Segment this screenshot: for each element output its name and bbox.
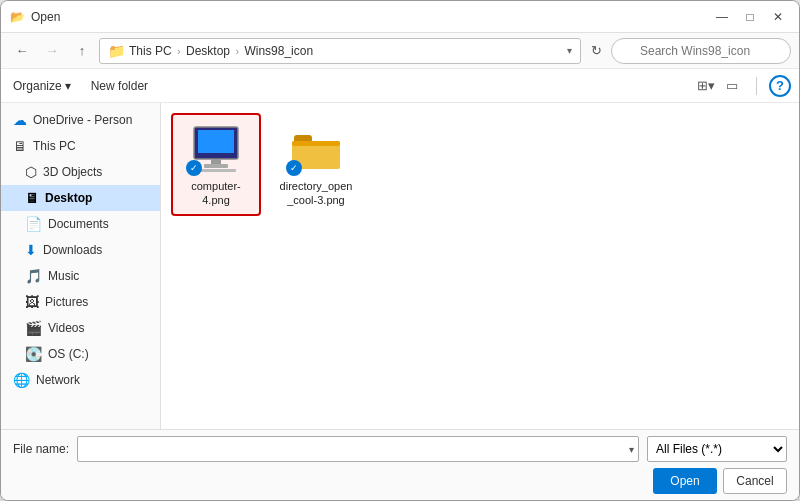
organize-label: Organize (13, 79, 62, 93)
videos-icon: 🎬 (25, 320, 42, 336)
minimize-button[interactable]: — (709, 6, 735, 28)
sync-badge: ✓ (286, 160, 302, 176)
desktop-icon: 🖥 (25, 190, 39, 206)
sidebar-item-network[interactable]: 🌐 Network (1, 367, 160, 393)
open-button[interactable]: Open (653, 468, 717, 494)
network-icon: 🌐 (13, 372, 30, 388)
file-item-computer4[interactable]: ✓ computer-4.png (171, 113, 261, 216)
sidebar-item-label: Downloads (43, 243, 102, 257)
svg-rect-1 (198, 130, 234, 153)
forward-button[interactable]: → (39, 38, 65, 64)
address-dropdown-arrow[interactable]: ▾ (567, 45, 572, 56)
maximize-button[interactable]: □ (737, 6, 763, 28)
organize-button[interactable]: Organize ▾ (9, 74, 75, 98)
filetype-select[interactable]: All Files (*.*) PNG Files (*.png) Image … (647, 436, 787, 462)
thispc-icon: 🖥 (13, 138, 27, 154)
address-path: This PC › Desktop › Wins98_icon (129, 44, 563, 58)
toolbar: Organize ▾ New folder ⊞▾ ▭ ? (1, 69, 799, 103)
close-button[interactable]: ✕ (765, 6, 791, 28)
action-row: Open Cancel (13, 468, 787, 494)
sidebar-item-3dobjects[interactable]: ⬡ 3D Objects (1, 159, 160, 185)
bottom-section: File name: ▾ All Files (*.*) PNG Files (… (1, 429, 799, 500)
onedrive-icon: ☁ (13, 112, 27, 128)
sidebar-item-label: Music (48, 269, 79, 283)
file-icon-computer: ✓ (186, 121, 246, 176)
sidebar-item-downloads[interactable]: ⬇ Downloads (1, 237, 160, 263)
back-button[interactable]: ← (9, 38, 35, 64)
toolbar-divider (756, 77, 757, 95)
sidebar-item-videos[interactable]: 🎬 Videos (1, 315, 160, 341)
svg-rect-3 (204, 164, 228, 168)
sidebar-item-music[interactable]: 🎵 Music (1, 263, 160, 289)
sidebar-item-label: Videos (48, 321, 84, 335)
sidebar-item-thispc[interactable]: 🖥 This PC (1, 133, 160, 159)
nav-bar: ← → ↑ 📁 This PC › Desktop › Wins98_icon … (1, 33, 799, 69)
sidebar-item-label: OneDrive - Person (33, 113, 132, 127)
search-input[interactable] (611, 38, 791, 64)
window-controls: — □ ✕ (709, 6, 791, 28)
sidebar-item-label: 3D Objects (43, 165, 102, 179)
preview-view-button[interactable]: ▭ (720, 74, 744, 98)
grid-view-button[interactable]: ⊞▾ (694, 74, 718, 98)
file-icon-folder: ✓ (286, 121, 346, 176)
help-button[interactable]: ? (769, 75, 791, 97)
dialog-title: Open (31, 10, 709, 24)
sidebar: ☁ OneDrive - Person 🖥 This PC ⬡ 3D Objec… (1, 103, 161, 429)
sidebar-item-label: Documents (48, 217, 109, 231)
file-area: ✓ computer-4.png ✓ (161, 103, 799, 429)
sidebar-item-osc[interactable]: 💽 OS (C:) (1, 341, 160, 367)
drive-icon: 💽 (25, 346, 42, 362)
file-item-directoryopen[interactable]: ✓ directory_open_cool-3.png (271, 113, 361, 216)
downloads-icon: ⬇ (25, 242, 37, 258)
svg-rect-2 (211, 159, 221, 164)
filename-dropdown-arrow[interactable]: ▾ (629, 444, 634, 455)
documents-icon: 📄 (25, 216, 42, 232)
up-button[interactable]: ↑ (69, 38, 95, 64)
music-icon: 🎵 (25, 268, 42, 284)
bottom-row: File name: ▾ All Files (*.*) PNG Files (… (13, 436, 787, 462)
svg-rect-4 (196, 169, 236, 172)
organize-dropdown-arrow: ▾ (65, 79, 71, 93)
new-folder-button[interactable]: New folder (83, 74, 156, 98)
dialog-icon: 📂 (9, 9, 25, 25)
sidebar-item-desktop[interactable]: 🖥 Desktop (1, 185, 160, 211)
cancel-button[interactable]: Cancel (723, 468, 787, 494)
file-name: directory_open_cool-3.png (279, 179, 353, 208)
sidebar-item-label: Pictures (45, 295, 88, 309)
address-bar[interactable]: 📁 This PC › Desktop › Wins98_icon ▾ (99, 38, 581, 64)
filename-input-wrap[interactable]: ▾ (77, 436, 639, 462)
filename-input[interactable] (82, 442, 629, 456)
folder-icon: 📁 (108, 43, 125, 59)
filename-label: File name: (13, 442, 69, 456)
sidebar-item-label: Desktop (45, 191, 92, 205)
svg-rect-7 (292, 141, 340, 146)
search-wrapper: 🔍 (611, 38, 791, 64)
3dobjects-icon: ⬡ (25, 164, 37, 180)
view-buttons: ⊞▾ ▭ (694, 74, 744, 98)
refresh-button[interactable]: ↻ (585, 40, 607, 62)
pictures-icon: 🖼 (25, 294, 39, 310)
sidebar-item-label: OS (C:) (48, 347, 89, 361)
file-name: computer-4.png (179, 179, 253, 208)
sidebar-item-onedrive[interactable]: ☁ OneDrive - Person (1, 107, 160, 133)
sidebar-item-pictures[interactable]: 🖼 Pictures (1, 289, 160, 315)
sync-badge: ✓ (186, 160, 202, 176)
sidebar-item-label: Network (36, 373, 80, 387)
sidebar-item-label: This PC (33, 139, 76, 153)
title-bar: 📂 Open — □ ✕ (1, 1, 799, 33)
main-content: ☁ OneDrive - Person 🖥 This PC ⬡ 3D Objec… (1, 103, 799, 429)
sidebar-item-documents[interactable]: 📄 Documents (1, 211, 160, 237)
